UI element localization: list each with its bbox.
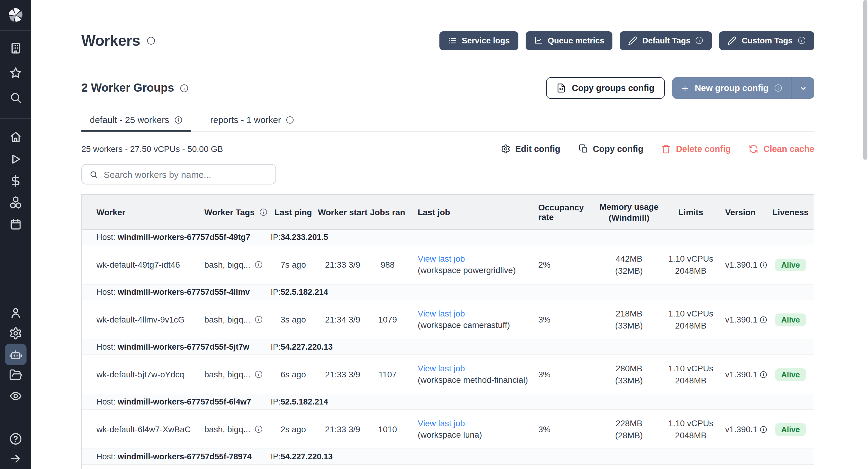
windmill-logo-icon[interactable] bbox=[7, 6, 25, 24]
calendar-icon[interactable] bbox=[9, 218, 22, 231]
home-icon[interactable] bbox=[9, 130, 22, 144]
info-icon[interactable] bbox=[259, 208, 267, 216]
service-logs-button[interactable]: Service logs bbox=[439, 31, 518, 50]
copy-icon bbox=[578, 144, 588, 154]
button-label: Service logs bbox=[462, 36, 510, 45]
scrollbar-track[interactable] bbox=[863, 0, 868, 469]
trash-icon bbox=[661, 144, 671, 154]
gear-icon bbox=[501, 144, 510, 154]
view-last-job-link[interactable]: View last job bbox=[418, 253, 531, 264]
clean-cache-button[interactable]: Clean cache bbox=[749, 144, 814, 154]
host-row: Host: windmill-workers-67757d55f-49tg7 I… bbox=[82, 230, 814, 245]
host-name: windmill-workers-67757d55f-4llmv bbox=[118, 287, 250, 296]
star-icon[interactable] bbox=[9, 66, 22, 80]
limit-cpu: 1.10 vCPUs bbox=[668, 362, 713, 374]
tab-reports[interactable]: reports - 1 worker bbox=[202, 115, 303, 132]
col-jobs-ran: Jobs ran bbox=[370, 207, 406, 217]
info-icon[interactable] bbox=[286, 116, 294, 124]
button-label: Custom Tags bbox=[742, 36, 793, 45]
default-tags-button[interactable]: Default Tags bbox=[620, 31, 712, 50]
host-row: Host: windmill-workers-67757d55f-78974 I… bbox=[82, 449, 814, 465]
new-group-config-button[interactable]: New group config bbox=[672, 77, 791, 99]
eye-icon[interactable] bbox=[9, 389, 22, 403]
worker-version: v1.390.1 bbox=[725, 315, 757, 324]
jobs-ran: 1010 bbox=[378, 425, 397, 434]
queue-metrics-button[interactable]: Queue metrics bbox=[525, 31, 613, 50]
pencil-icon bbox=[728, 36, 737, 45]
last-job-workspace: (workspace luna) bbox=[418, 429, 531, 441]
sidebar-item-workers[interactable] bbox=[5, 344, 27, 365]
boxes-icon[interactable] bbox=[9, 196, 22, 209]
memory-usage-windmill: (33MB) bbox=[615, 374, 643, 386]
host-prefix: Host: bbox=[96, 342, 116, 351]
host-label: Host: windmill-workers-67757d55f-5jt7w bbox=[82, 342, 271, 351]
host-name: windmill-workers-67757d55f-78974 bbox=[118, 452, 252, 461]
worker-group-tabs: default - 25 workers reports - 1 worker bbox=[82, 115, 814, 132]
worker-start: 21:33 3/9 bbox=[325, 425, 361, 434]
custom-tags-button[interactable]: Custom Tags bbox=[719, 31, 814, 50]
worker-row: wk-default-6l4w7-XwBaC bash, bigq... 2s … bbox=[82, 410, 814, 449]
info-icon[interactable] bbox=[174, 116, 182, 124]
view-last-job-link[interactable]: View last job bbox=[418, 418, 531, 429]
search-input[interactable] bbox=[104, 169, 268, 179]
col-last-job: Last job bbox=[406, 207, 531, 217]
button-label: Default Tags bbox=[642, 36, 690, 45]
last-ping: 6s ago bbox=[281, 370, 306, 379]
delete-config-button[interactable]: Delete config bbox=[661, 144, 731, 154]
info-icon[interactable] bbox=[255, 260, 263, 269]
host-label: Host: windmill-workers-67757d55f-49tg7 bbox=[82, 233, 271, 242]
col-worker-tags: Worker Tags bbox=[199, 207, 271, 217]
info-icon[interactable] bbox=[759, 370, 767, 378]
memory-usage-windmill: (32MB) bbox=[615, 264, 643, 277]
arrow-right-icon[interactable] bbox=[9, 452, 22, 465]
host-prefix: Host: bbox=[96, 233, 116, 242]
col-limits: Limits bbox=[664, 207, 718, 217]
memory-usage: 218MB bbox=[616, 307, 643, 319]
copy-groups-config-button[interactable]: Copy groups config bbox=[546, 77, 664, 99]
last-job-workspace: (workspace powergridlive) bbox=[418, 264, 531, 276]
liveness-badge: Alive bbox=[775, 368, 806, 381]
host-label: Host: windmill-workers-67757d55f-6l4w7 bbox=[82, 397, 271, 406]
view-last-job-link[interactable]: View last job bbox=[418, 308, 531, 319]
host-name: windmill-workers-67757d55f-5jt7w bbox=[118, 342, 250, 351]
info-icon[interactable] bbox=[255, 425, 263, 433]
occupancy-rate: 3% bbox=[538, 370, 550, 379]
info-icon[interactable] bbox=[774, 84, 782, 92]
info-icon[interactable] bbox=[759, 261, 767, 269]
folder-open-icon[interactable] bbox=[9, 368, 22, 382]
action-label: Copy config bbox=[593, 144, 644, 154]
ip-value: 52.5.182.214 bbox=[281, 287, 328, 296]
info-icon[interactable] bbox=[180, 84, 189, 93]
page-title: Workers bbox=[82, 32, 140, 49]
scrollbar-thumb[interactable] bbox=[863, 0, 867, 160]
help-icon[interactable] bbox=[9, 432, 22, 445]
view-last-job-link[interactable]: View last job bbox=[418, 363, 531, 374]
worker-name: wk-default-6l4w7-XwBaC bbox=[96, 425, 191, 434]
play-icon[interactable] bbox=[9, 153, 22, 166]
info-icon[interactable] bbox=[759, 425, 767, 433]
worker-name: wk-default-4llmv-9v1cG bbox=[96, 315, 185, 324]
gear-icon[interactable] bbox=[9, 327, 22, 340]
user-icon[interactable] bbox=[9, 306, 22, 319]
info-icon[interactable] bbox=[798, 36, 806, 44]
liveness-badge: Alive bbox=[775, 313, 806, 326]
info-icon[interactable] bbox=[255, 370, 263, 379]
tab-default[interactable]: default - 25 workers bbox=[82, 115, 191, 132]
workers-table: Worker Worker Tags Last ping Worker star… bbox=[82, 194, 814, 469]
new-group-config-dropdown[interactable] bbox=[792, 77, 814, 99]
limit-memory: 2048MB bbox=[675, 429, 707, 441]
dollar-icon[interactable] bbox=[9, 174, 22, 187]
info-icon[interactable] bbox=[759, 316, 767, 323]
limit-memory: 2048MB bbox=[675, 319, 707, 332]
last-ping: 7s ago bbox=[281, 260, 306, 270]
building-icon[interactable] bbox=[9, 41, 22, 55]
info-icon[interactable] bbox=[695, 36, 704, 44]
copy-config-button[interactable]: Copy config bbox=[578, 144, 644, 154]
info-icon[interactable] bbox=[255, 315, 263, 324]
worker-version: v1.390.1 bbox=[725, 425, 757, 434]
worker-bot-icon bbox=[9, 348, 22, 361]
search-icon[interactable] bbox=[9, 91, 22, 104]
edit-config-button[interactable]: Edit config bbox=[501, 144, 560, 154]
info-icon[interactable] bbox=[146, 36, 155, 45]
last-ping: 3s ago bbox=[281, 315, 306, 324]
